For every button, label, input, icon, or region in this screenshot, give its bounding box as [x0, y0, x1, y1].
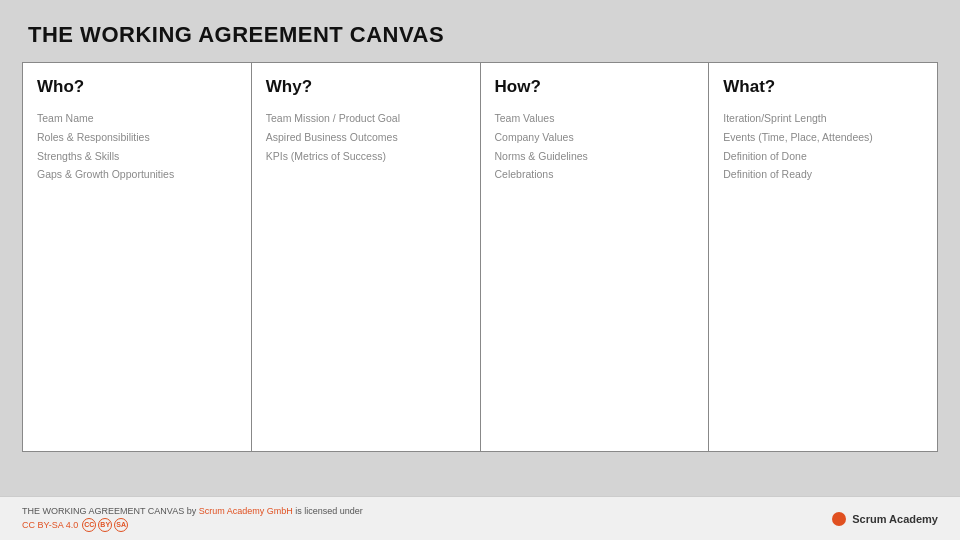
brand-name: Scrum Academy	[852, 513, 938, 525]
canvas-container: Who?Team NameRoles & ResponsibilitiesStr…	[22, 62, 938, 452]
page-title: THE WORKING AGREEMENT CANVAS	[0, 0, 960, 62]
list-item: Team Mission / Product Goal	[266, 111, 466, 127]
list-item: Definition of Ready	[723, 167, 923, 183]
canvas-column-what: What?Iteration/Sprint LengthEvents (Time…	[709, 63, 937, 451]
list-item: Company Values	[495, 130, 695, 146]
footer-prefix: THE WORKING AGREEMENT CANVAS by	[22, 506, 199, 516]
col-header-why: Why?	[266, 77, 466, 97]
footer-line1: THE WORKING AGREEMENT CANVAS by Scrum Ac…	[22, 506, 363, 516]
brand: Scrum Academy	[832, 512, 938, 526]
cc-icon-by: BY	[98, 518, 112, 532]
list-item: Iteration/Sprint Length	[723, 111, 923, 127]
list-item: Strengths & Skills	[37, 149, 237, 165]
list-item: Team Name	[37, 111, 237, 127]
canvas-column-how: How?Team ValuesCompany ValuesNorms & Gui…	[481, 63, 710, 451]
col-items-what: Iteration/Sprint LengthEvents (Time, Pla…	[723, 111, 923, 183]
col-items-who: Team NameRoles & ResponsibilitiesStrengt…	[37, 111, 237, 183]
list-item: Celebrations	[495, 167, 695, 183]
col-header-who: Who?	[37, 77, 237, 97]
list-item: KPIs (Metrics of Success)	[266, 149, 466, 165]
list-item: Gaps & Growth Opportunities	[37, 167, 237, 183]
list-item: Events (Time, Place, Attendees)	[723, 130, 923, 146]
footer: THE WORKING AGREEMENT CANVAS by Scrum Ac…	[0, 496, 960, 540]
footer-link[interactable]: Scrum Academy GmbH	[199, 506, 293, 516]
col-header-what: What?	[723, 77, 923, 97]
list-item: Norms & Guidelines	[495, 149, 695, 165]
canvas-column-who: Who?Team NameRoles & ResponsibilitiesStr…	[23, 63, 252, 451]
list-item: Team Values	[495, 111, 695, 127]
list-item: Roles & Responsibilities	[37, 130, 237, 146]
col-items-how: Team ValuesCompany ValuesNorms & Guideli…	[495, 111, 695, 183]
footer-suffix: is licensed under	[293, 506, 363, 516]
cc-icons: CC BY SA	[82, 518, 128, 532]
cc-icon-cc: CC	[82, 518, 96, 532]
col-header-how: How?	[495, 77, 695, 97]
canvas-column-why: Why?Team Mission / Product GoalAspired B…	[252, 63, 481, 451]
col-items-why: Team Mission / Product GoalAspired Busin…	[266, 111, 466, 164]
list-item: Definition of Done	[723, 149, 923, 165]
scrum-logo-icon	[832, 512, 846, 526]
cc-icon-sa: SA	[114, 518, 128, 532]
footer-left: THE WORKING AGREEMENT CANVAS by Scrum Ac…	[22, 506, 363, 532]
list-item: Aspired Business Outcomes	[266, 130, 466, 146]
footer-line2[interactable]: CC BY-SA 4.0 CC BY SA	[22, 518, 363, 532]
footer-cc-text: CC BY-SA 4.0	[22, 520, 78, 530]
